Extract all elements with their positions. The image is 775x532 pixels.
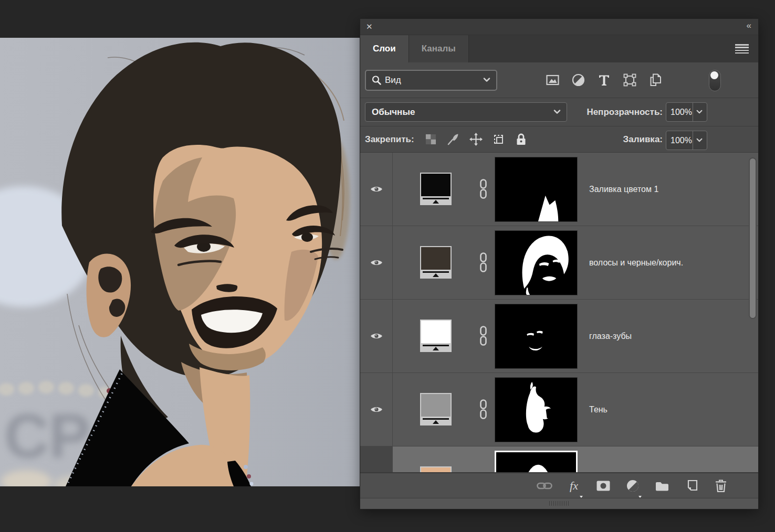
new-layer-icon: [685, 479, 698, 493]
panel-menu-icon[interactable]: [735, 44, 749, 54]
trash-icon: [715, 479, 727, 493]
layers-footer-toolbar: fx: [360, 472, 758, 498]
layer-name[interactable]: глаза-зубы: [589, 300, 632, 373]
lock-icons: [424, 133, 528, 146]
fill-color-swatch: [421, 467, 451, 472]
layer-row[interactable]: волосы и черные/корич.: [360, 226, 758, 300]
lock-pixels-icon[interactable]: [447, 133, 460, 146]
eye-icon: [370, 185, 383, 193]
chevron-down-icon: [483, 76, 491, 84]
visibility-cell[interactable]: [360, 446, 393, 472]
layer-mask-thumbnail[interactable]: [495, 157, 578, 222]
new-adjustment-layer-button[interactable]: [625, 478, 641, 494]
mask-preview-hair-face: [495, 231, 577, 295]
new-group-button[interactable]: [654, 478, 670, 494]
close-icon[interactable]: ✕: [366, 22, 373, 32]
filter-smart-object-icon[interactable]: [648, 73, 663, 87]
layer-mask-thumbnail[interactable]: [495, 230, 578, 295]
layer-mask-icon: [596, 480, 611, 492]
delete-layer-button[interactable]: [713, 478, 729, 494]
mask-preview-shadow-blob: [495, 378, 577, 442]
fill-thumbnail-slider: [421, 270, 451, 278]
visibility-cell[interactable]: [360, 153, 393, 226]
fill-input[interactable]: 100%: [666, 131, 707, 150]
visibility-cell[interactable]: [360, 226, 393, 299]
fill-value[interactable]: 100%: [666, 131, 693, 150]
opacity-value[interactable]: 100%: [666, 103, 693, 121]
fill-thumbnail-slider: [421, 343, 451, 351]
eye-icon: [370, 406, 383, 413]
layer-filter-dropdown[interactable]: Вид: [365, 70, 497, 91]
document-canvas[interactable]: СР: [0, 38, 360, 486]
fill-layer-thumbnail[interactable]: [420, 320, 452, 352]
fill-layer-thumbnail[interactable]: [420, 393, 452, 425]
filter-toggle-switch[interactable]: [709, 70, 721, 91]
tab-layers[interactable]: Слои: [360, 35, 409, 62]
mask-link-icon[interactable]: [479, 179, 488, 199]
fill-color-swatch: [421, 247, 451, 270]
lock-transparency-icon[interactable]: [424, 133, 437, 146]
layer-row-selected[interactable]: [360, 446, 758, 472]
layer-mask-thumbnail[interactable]: [495, 304, 578, 369]
lock-position-icon[interactable]: [469, 133, 483, 146]
backdrop-letters: СР: [4, 401, 90, 471]
layer-row[interactable]: Тень: [360, 373, 758, 446]
mask-link-icon[interactable]: [479, 252, 488, 272]
scrollbar-thumb[interactable]: [749, 157, 757, 319]
panel-titlebar[interactable]: ✕ «: [360, 19, 758, 35]
panel-resize-strip[interactable]: [360, 498, 758, 509]
lock-all-icon[interactable]: [515, 133, 528, 146]
lock-row: Закрепить:: [360, 126, 758, 153]
fill-color-swatch: [421, 394, 451, 417]
eye-icon: [370, 259, 383, 267]
fill-thumbnail-slider: [421, 417, 451, 424]
fx-icon: fx: [570, 479, 578, 493]
lock-label: Закрепить:: [365, 126, 414, 152]
fill-layer-thumbnail[interactable]: [420, 173, 452, 205]
blend-row: Обычные Непрозрачность: 100%: [360, 98, 758, 126]
layer-name[interactable]: Заливка цветом 1: [589, 153, 658, 226]
filter-pixel-layers-icon[interactable]: [546, 73, 560, 87]
tab-channels-label: Каналы: [422, 44, 456, 54]
add-layer-mask-button[interactable]: [595, 478, 611, 494]
visibility-cell[interactable]: [360, 373, 393, 446]
fill-dropdown-button[interactable]: [693, 131, 707, 150]
opacity-dropdown-button[interactable]: [693, 103, 707, 121]
mask-link-icon[interactable]: [479, 326, 488, 346]
chevron-down-icon: [696, 136, 703, 144]
blend-mode-dropdown[interactable]: Обычные: [365, 102, 567, 122]
portrait-artwork: СР: [0, 38, 360, 486]
tab-channels[interactable]: Каналы: [409, 35, 469, 62]
layer-mask-thumbnail-selected[interactable]: [495, 451, 578, 472]
filter-type-layers-icon[interactable]: [597, 73, 611, 87]
mask-preview-eyes-teeth: [495, 304, 577, 368]
opacity-input[interactable]: 100%: [666, 102, 707, 122]
mask-link-icon[interactable]: [479, 399, 488, 419]
filter-shape-layers-icon[interactable]: [623, 73, 637, 87]
opacity-label: Непрозрачность:: [587, 98, 663, 126]
layer-row[interactable]: Заливка цветом 1: [360, 153, 758, 226]
eye-icon: [370, 332, 383, 340]
chevron-down-icon: [553, 108, 561, 116]
blend-mode-value: Обычные: [372, 107, 415, 118]
layer-mask-thumbnail[interactable]: [495, 377, 578, 442]
filter-kind-icons: [546, 73, 663, 87]
link-icon: [537, 481, 552, 491]
layer-row[interactable]: глаза-зубы: [360, 300, 758, 373]
resize-grip[interactable]: [549, 501, 569, 506]
collapse-panel-icon[interactable]: «: [747, 20, 751, 31]
lock-artboard-icon[interactable]: [492, 133, 505, 146]
filter-type-value: Вид: [385, 75, 401, 86]
layer-name[interactable]: волосы и черные/корич.: [589, 226, 683, 299]
layer-style-button[interactable]: fx: [566, 478, 582, 494]
fill-layer-thumbnail[interactable]: [420, 466, 452, 472]
layer-name[interactable]: Тень: [589, 373, 608, 446]
new-layer-button[interactable]: [684, 478, 699, 494]
toggle-ball: [710, 71, 718, 79]
link-layers-button[interactable]: [537, 478, 552, 494]
mask-preview-face-dome: [496, 452, 576, 472]
filter-adjustment-layers-icon[interactable]: [571, 73, 585, 87]
fill-label: Заливка:: [623, 126, 663, 152]
visibility-cell[interactable]: [360, 300, 393, 373]
fill-layer-thumbnail[interactable]: [420, 246, 452, 279]
